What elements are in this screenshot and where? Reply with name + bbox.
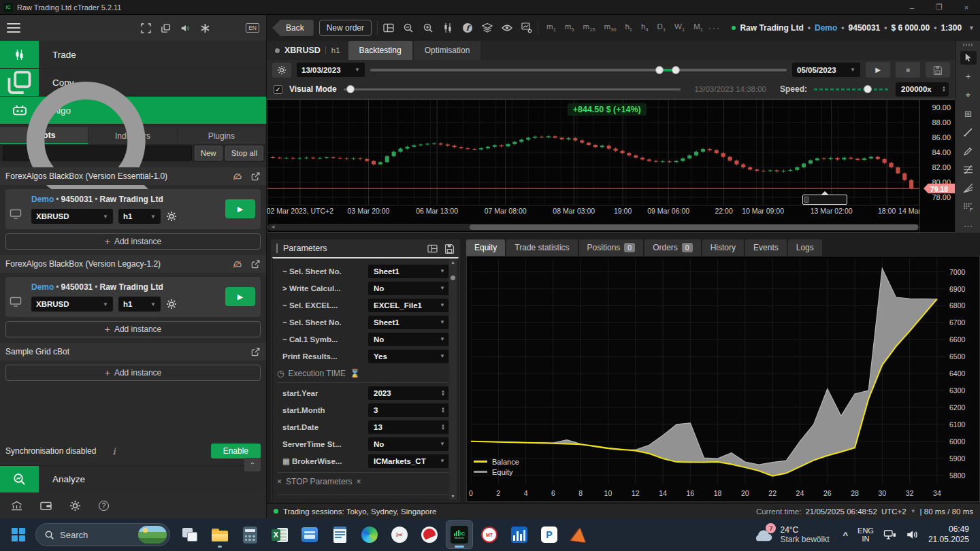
add-instance-button[interactable]: +Add instance <box>5 321 261 337</box>
pointer-tool[interactable] <box>960 51 977 65</box>
tab-logs[interactable]: Logs <box>788 239 822 256</box>
cbot-header[interactable]: Sample Grid cBot <box>0 343 266 361</box>
tab-history[interactable]: History <box>702 239 744 256</box>
stop-backtest-button[interactable]: ■ <box>896 62 920 78</box>
close-button[interactable]: × <box>953 0 980 14</box>
crosshair-tool[interactable]: ＋ <box>960 69 977 83</box>
parameter-select[interactable]: Sheet1▼ <box>368 316 448 329</box>
range-end-handle[interactable] <box>672 66 680 74</box>
sidebar-item-analyze[interactable]: ⌃ Analyze <box>0 465 266 492</box>
taskbar-app-mt-red-app[interactable]: MT <box>476 521 502 548</box>
timeframe-W1[interactable]: W1 <box>674 22 685 33</box>
start-date-select[interactable]: 13/03/2023▼ <box>297 63 365 77</box>
start-instance-button[interactable]: ▶ <box>225 287 255 306</box>
visual-mode-checkbox[interactable]: ✓ <box>274 85 282 94</box>
sync-disabled-icon[interactable] <box>232 171 242 182</box>
zoom-out-icon[interactable] <box>403 22 414 33</box>
share-icon[interactable] <box>250 259 261 269</box>
taskbar-app-calculator[interactable] <box>237 521 263 548</box>
taskbar-app-snipping-tool[interactable]: ✂ <box>387 521 412 548</box>
date-range-slider[interactable] <box>370 69 787 71</box>
crosshair-dot-tool[interactable]: ⌖ <box>960 88 977 102</box>
menu-icon[interactable] <box>7 23 20 33</box>
taskbar-search[interactable]: Search <box>35 523 170 546</box>
symbol-select[interactable]: XBRUSD▼ <box>31 297 113 312</box>
parameter-select[interactable]: Yes▼ <box>368 350 448 363</box>
timeframe-M1[interactable]: M1 <box>693 22 703 33</box>
speed-handle[interactable] <box>864 85 872 93</box>
parameter-select[interactable]: ICMarkets_CT▼ <box>368 454 448 468</box>
add-instance-button[interactable]: +Add instance <box>5 365 261 381</box>
withdraw-icon[interactable] <box>11 500 22 512</box>
volume-icon[interactable] <box>906 529 919 540</box>
parameter-stepper[interactable]: 13▲▼ <box>368 420 448 434</box>
maximize-button[interactable]: ❐ <box>926 0 953 14</box>
range-start-handle[interactable] <box>655 66 664 74</box>
taskbar-app-excel[interactable]: X <box>267 521 293 548</box>
taskbar-app-p-app[interactable]: P <box>536 521 562 548</box>
plugins-icon[interactable] <box>200 23 210 33</box>
tab-trade-statistics[interactable]: Trade statistics <box>506 239 577 256</box>
tab-equity[interactable]: Equity <box>466 239 505 256</box>
trendline-tool[interactable] <box>960 125 977 139</box>
stepper-arrows-icon[interactable]: ▲▼ <box>942 86 946 93</box>
playback-progress-slider[interactable] <box>344 88 681 90</box>
cbot-header[interactable]: ForexAlgos BlackBox (Version Legacy-1.2) <box>0 255 266 273</box>
instance-settings-icon[interactable] <box>166 299 177 310</box>
tab-events[interactable]: Events <box>745 239 787 256</box>
parameter-select[interactable]: No▼ <box>368 437 448 451</box>
tab-optimisation[interactable]: Optimisation <box>414 41 481 60</box>
tab-backtesting[interactable]: Backtesting <box>348 41 412 60</box>
stop-all-button[interactable]: Stop all <box>225 146 263 161</box>
share-icon[interactable] <box>250 171 261 182</box>
sound-icon[interactable] <box>180 23 191 33</box>
start-instance-button[interactable]: ▶ <box>225 199 255 218</box>
collapse-panel-button[interactable]: ⌃ <box>244 458 261 471</box>
settings-gear-icon[interactable] <box>69 500 81 512</box>
tray-expand-icon[interactable]: ^ <box>843 530 849 540</box>
start-button[interactable] <box>7 523 30 546</box>
taskbar-app-stats-blue-app[interactable] <box>506 521 532 548</box>
wallet-icon[interactable] <box>40 500 52 512</box>
enable-sync-button[interactable]: Enable <box>211 444 261 458</box>
pattern-tool[interactable]: F <box>960 200 977 214</box>
objects-icon[interactable] <box>482 22 493 33</box>
fib-fan-tool[interactable] <box>960 182 977 195</box>
weather-widget[interactable]: 7 24°CStark bewölkt <box>751 525 829 544</box>
playback-marker[interactable] <box>802 195 847 205</box>
speed-multiplier-stepper[interactable]: 200000x ▲▼ <box>896 82 949 97</box>
taskbar-clock[interactable]: 06:4921.05.2025 <box>928 524 969 545</box>
more-tools[interactable]: ··· <box>960 219 977 233</box>
new-order-button[interactable]: New order <box>319 20 372 36</box>
chart-options-icon[interactable] <box>521 22 532 33</box>
parameter-select[interactable]: No▼ <box>368 333 448 346</box>
tab-plugins[interactable]: Plugins <box>178 127 266 144</box>
playback-handle[interactable] <box>346 85 355 93</box>
timeframe-h4[interactable]: h4 <box>641 22 649 33</box>
minimize-button[interactable]: – <box>898 0 926 14</box>
tab-orders[interactable]: Orders0 <box>644 239 701 256</box>
account-selector[interactable]: Raw Trading Ltd• Demo• 9450031• $ 6 000.… <box>732 23 975 33</box>
equity-chart[interactable]: 5800590060006100620063006400650066006700… <box>466 256 980 502</box>
fibonacci-tool[interactable] <box>960 163 977 176</box>
timeframe-h1[interactable]: h1 <box>625 22 632 33</box>
instance-settings-icon[interactable] <box>166 211 177 222</box>
play-backtest-button[interactable]: ▶ <box>866 62 890 78</box>
help-icon[interactable]: ? <box>99 501 109 511</box>
taskbar-app-input-app[interactable] <box>297 521 323 548</box>
tab-positions[interactable]: Positions0 <box>579 239 644 256</box>
parameters-scrollbar[interactable]: ▲ ▼ <box>449 258 457 500</box>
back-button[interactable]: Back <box>272 20 314 36</box>
timezone-value[interactable]: UTC+2 <box>881 507 906 516</box>
parameter-stepper[interactable]: 3▲▼ <box>368 403 448 417</box>
taskbar-app-broker-red-app[interactable] <box>416 521 442 548</box>
taskbar-app-notepad[interactable] <box>327 521 353 548</box>
scroll-up-icon[interactable]: ▲ <box>451 260 455 265</box>
chart-plot-area[interactable]: +844.50 $ (+14%) 02 Mar 2023, UTC+203 Ma… <box>267 100 919 232</box>
visibility-icon[interactable] <box>502 22 512 33</box>
end-date-select[interactable]: 05/05/2023▼ <box>792 63 860 77</box>
symbol-select[interactable]: XBRUSD▼ <box>31 209 113 224</box>
parameter-select[interactable]: EXCEL_File1▼ <box>368 299 448 312</box>
chart-type-icon[interactable] <box>442 22 453 33</box>
info-icon[interactable]: i <box>103 446 115 456</box>
